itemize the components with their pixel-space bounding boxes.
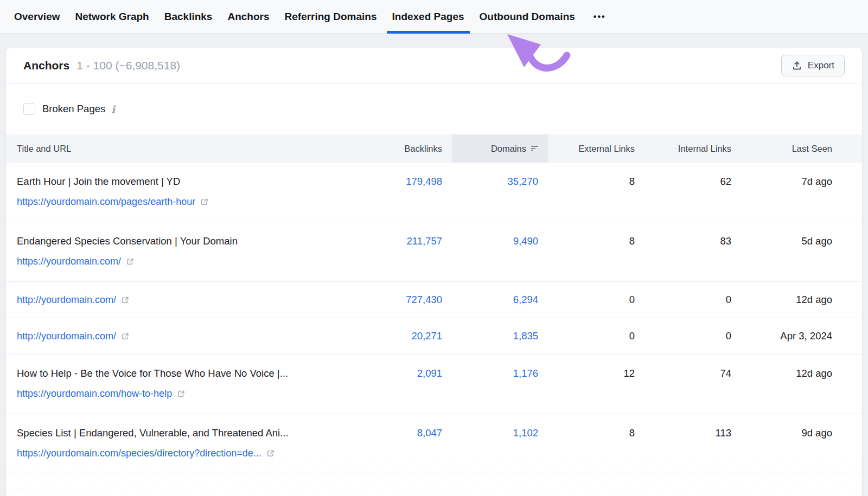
table-row: http://yourdomain.com/20,2711,83500Apr 3…	[6, 318, 862, 354]
table-row: How to Help - Be the Voice for Those Who…	[6, 354, 862, 414]
backlinks-value[interactable]: 2,091	[365, 367, 452, 380]
backlinks-value[interactable]: 727,430	[365, 293, 452, 306]
domains-value[interactable]: 35,270	[452, 175, 548, 188]
internal-links-value: 74	[644, 367, 741, 380]
page-title: Endangered Species Conservation | Your D…	[17, 235, 365, 248]
page-title: Species List | Endangered, Vulnerable, a…	[17, 427, 365, 440]
tabs-group: OverviewNetwork GraphBacklinksAnchorsRef…	[14, 0, 575, 34]
external-link-icon[interactable]	[121, 296, 129, 304]
broken-pages-checkbox[interactable]	[23, 103, 35, 115]
internal-links-value: 0	[644, 293, 741, 306]
title-url-cell: http://yourdomain.com/	[6, 293, 365, 306]
page-url-link[interactable]: http://yourdomain.com/	[17, 330, 116, 343]
last-seen-value: 9d ago	[741, 427, 862, 440]
column-header-title-and-url[interactable]: Title and URL	[6, 144, 365, 154]
domains-value[interactable]: 1,098	[452, 485, 548, 496]
backlinks-value[interactable]: 21,920	[365, 485, 452, 496]
filter-row: Broken Pages i	[6, 83, 862, 134]
export-upload-icon	[792, 60, 802, 71]
column-header-internal-links[interactable]: Internal Links	[644, 144, 741, 154]
info-icon[interactable]: i	[111, 104, 115, 115]
external-links-value: 12	[548, 367, 644, 380]
table-header-row: Title and URLBacklinksDomainsExternal Li…	[6, 134, 862, 163]
external-links-value: 8	[548, 175, 644, 188]
tab-outbound-domains[interactable]: Outbound Domains	[480, 0, 575, 34]
column-header-label: Internal Links	[678, 144, 731, 153]
column-header-label: Title and URL	[17, 144, 71, 153]
title-url-cell: Species List | Endangered, Vulnerable, a…	[6, 427, 365, 460]
external-link-icon[interactable]	[121, 332, 129, 340]
column-header-label: Backlinks	[404, 144, 442, 153]
title-url-cell: How to Help - Be the Voice for Those Who…	[6, 367, 365, 400]
external-links-value: 8	[548, 235, 644, 248]
tab-overview[interactable]: Overview	[14, 0, 60, 34]
table-row: Earth Hour | Join the movement | YDhttps…	[6, 163, 862, 222]
page-url-link[interactable]: https://yourdomain.com/species/directory…	[17, 447, 261, 460]
backlinks-value[interactable]: 179,498	[365, 175, 452, 188]
internal-links-value: 62	[644, 175, 741, 188]
domains-value[interactable]: 9,490	[452, 235, 548, 248]
panel-title: Anchors	[23, 59, 69, 72]
title-url-cell: Earth Hour | Join the movement | YDhttps…	[6, 175, 365, 208]
internal-links-value: 83	[644, 235, 741, 248]
last-seen-value: 12d ago	[741, 367, 862, 380]
column-header-last-seen[interactable]: Last Seen	[741, 144, 862, 154]
title-url-cell: Endangered Species Conservation | Your D…	[6, 235, 365, 268]
internal-links-value: 106	[644, 485, 741, 496]
page-url-link[interactable]: https://yourdomain.com/pages/earth-hour	[17, 195, 195, 208]
more-tabs-button[interactable]: •••	[590, 0, 609, 34]
external-links-value: 8	[548, 427, 644, 440]
column-header-label: External Links	[578, 144, 635, 153]
tab-anchors[interactable]: Anchors	[227, 0, 269, 34]
export-button[interactable]: Export	[781, 55, 845, 76]
sort-desc-icon	[531, 146, 538, 151]
page-title: Tiger | Species | YD	[17, 485, 365, 496]
table-body: Earth Hour | Join the movement | YDhttps…	[6, 163, 862, 496]
last-seen-value: 12d ago	[741, 293, 862, 306]
last-seen-value: 5d ago	[741, 235, 862, 248]
column-header-label: Last Seen	[792, 144, 832, 153]
page-url-link[interactable]: http://yourdomain.com/	[17, 293, 116, 306]
last-seen-value: Apr 3, 2024	[741, 330, 862, 343]
backlinks-value[interactable]: 8,047	[365, 427, 452, 440]
external-links-value: 0	[548, 293, 644, 306]
external-link-icon[interactable]	[266, 449, 275, 458]
broken-pages-label[interactable]: Broken Pages	[42, 103, 105, 115]
card-header: Anchors 1 - 100 (~6,908,518) Export	[6, 48, 862, 83]
column-header-domains[interactable]: Domains	[452, 134, 548, 163]
export-label: Export	[808, 60, 834, 71]
domains-value[interactable]: 1,176	[452, 367, 548, 380]
domains-value[interactable]: 6,294	[452, 293, 548, 306]
column-header-external-links[interactable]: External Links	[548, 144, 644, 154]
last-seen-value: 7d ago	[741, 175, 862, 188]
last-seen-value: 5d ago	[741, 485, 862, 496]
domains-value[interactable]: 1,835	[452, 330, 548, 343]
external-links-value: 0	[548, 330, 644, 343]
internal-links-value: 0	[644, 330, 741, 343]
backlinks-value[interactable]: 211,757	[365, 235, 452, 248]
table-row: Tiger | Species | YD21,9201,09891065d ag…	[6, 473, 862, 496]
report-tabs-bar: OverviewNetwork GraphBacklinksAnchorsRef…	[0, 0, 868, 34]
external-link-icon[interactable]	[126, 257, 134, 266]
title-url-cell: http://yourdomain.com/	[6, 330, 365, 343]
tab-indexed-pages[interactable]: Indexed Pages	[392, 0, 464, 34]
column-header-label: Domains	[491, 144, 526, 154]
backlinks-value[interactable]: 20,271	[365, 330, 452, 343]
table-row: Species List | Endangered, Vulnerable, a…	[6, 414, 862, 473]
table-row: Endangered Species Conservation | Your D…	[6, 222, 862, 281]
external-link-icon[interactable]	[177, 390, 185, 398]
page-title: How to Help - Be the Voice for Those Who…	[17, 367, 365, 380]
external-links-value: 9	[548, 485, 644, 496]
domains-value[interactable]: 1,102	[452, 427, 548, 440]
tab-referring-domains[interactable]: Referring Domains	[285, 0, 377, 34]
tab-network-graph[interactable]: Network Graph	[75, 0, 149, 34]
internal-links-value: 113	[644, 427, 741, 440]
tab-backlinks[interactable]: Backlinks	[164, 0, 213, 34]
external-link-icon[interactable]	[200, 198, 208, 206]
page-url-link[interactable]: https://yourdomain.com/	[17, 255, 121, 268]
title-url-cell: Tiger | Species | YD	[6, 485, 365, 496]
table-row: http://yourdomain.com/727,4306,2940012d …	[6, 281, 862, 318]
page-url-link[interactable]: https://yourdomain.com/how-to-help	[17, 387, 172, 400]
column-header-backlinks[interactable]: Backlinks	[365, 144, 452, 154]
result-range: 1 - 100 (~6,908,518)	[76, 59, 180, 72]
